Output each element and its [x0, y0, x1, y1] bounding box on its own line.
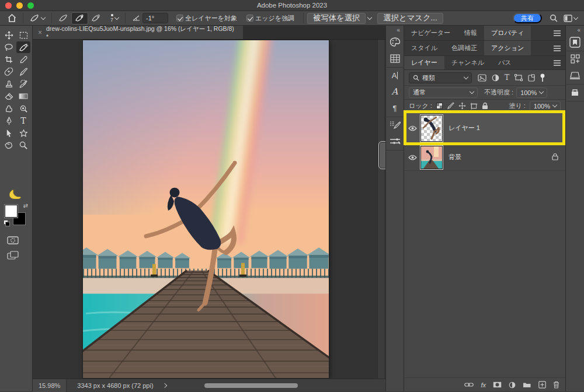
panel-menu-icon[interactable] — [554, 60, 561, 66]
type-tool[interactable]: T — [16, 115, 30, 127]
filter-pixel-layers-icon[interactable] — [478, 74, 486, 82]
lock-all-icon[interactable] — [482, 102, 488, 110]
color-panel-icon[interactable] — [388, 37, 401, 47]
adjustments-presets-panel-icon[interactable] — [569, 54, 582, 64]
eraser-tool[interactable] — [2, 90, 16, 102]
history-panel-icon[interactable] — [569, 87, 582, 97]
quick-mask-button[interactable] — [7, 235, 21, 246]
document-tab[interactable]: × drew-colins-LIEQsu5JuoM-unsplash.jpg @… — [33, 26, 243, 39]
photo-canvas[interactable] — [83, 40, 329, 378]
banana-icon[interactable] — [8, 188, 22, 199]
background-visibility-toggle[interactable] — [404, 155, 420, 160]
tab-paths[interactable]: パス — [491, 56, 519, 69]
custom-shape-tool[interactable] — [16, 127, 30, 139]
status-chevron-icon[interactable] — [162, 383, 166, 387]
background-name[interactable]: 背景 — [449, 153, 461, 162]
dodge-tool[interactable] — [16, 103, 30, 114]
select-and-mask-button[interactable]: 選択とマスク... — [377, 13, 443, 24]
layer1-visibility-toggle[interactable] — [404, 125, 420, 131]
new-group-icon[interactable] — [523, 382, 531, 388]
enhance-edge-option[interactable]: エッジを強調 — [244, 12, 297, 24]
filter-type-layers-icon[interactable]: T — [505, 74, 509, 82]
brush-settings-panel-icon[interactable] — [388, 120, 401, 130]
layer-row-layer1[interactable]: レイヤー 1 — [404, 113, 565, 144]
history-brush-tool[interactable] — [16, 78, 30, 90]
tool-preset-picker[interactable] — [27, 12, 48, 24]
brush-size-picker[interactable]: 7 — [107, 12, 121, 24]
fill-value-box[interactable]: 100% — [530, 101, 561, 111]
screen-mode-button[interactable] — [7, 250, 21, 260]
glyphs-panel-icon[interactable]: A — [388, 86, 401, 97]
crop-tool[interactable] — [2, 54, 16, 65]
tab-navigator[interactable]: ナビゲーター — [404, 26, 457, 40]
marquee-tool[interactable] — [16, 29, 30, 41]
clone-stamp-tool[interactable] — [2, 78, 16, 90]
checkbox-checked-icon[interactable] — [246, 15, 253, 22]
lock-transparency-icon[interactable] — [436, 103, 443, 109]
new-layer-icon[interactable] — [538, 381, 546, 388]
default-colors-icon[interactable] — [4, 220, 9, 225]
blend-mode-dropdown[interactable]: 通常 — [409, 88, 478, 98]
share-button[interactable]: 共有 — [513, 13, 542, 23]
smudge-tool[interactable] — [2, 103, 16, 114]
add-to-selection-button[interactable] — [71, 12, 88, 24]
path-selection-tool[interactable] — [2, 127, 16, 139]
home-button[interactable] — [5, 12, 19, 24]
layer1-name[interactable]: レイヤー 1 — [449, 124, 480, 132]
canvas-viewport[interactable] — [33, 40, 385, 379]
lock-artboard-icon[interactable] — [470, 103, 478, 110]
filter-shape-layers-icon[interactable] — [515, 74, 523, 81]
swap-colors-icon[interactable]: ⇄ — [23, 202, 28, 209]
layer-row-background[interactable]: 背景 — [404, 144, 565, 171]
background-thumbnail[interactable] — [420, 146, 443, 169]
checkbox-checked-icon[interactable] — [176, 15, 183, 22]
swatches-panel-icon[interactable] — [388, 53, 401, 64]
brushes-panel-icon[interactable] — [388, 136, 401, 146]
pen-tool[interactable] — [2, 115, 16, 127]
paragraph-panel-icon[interactable]: ¶ — [388, 103, 401, 113]
brush-angle-control[interactable]: -1° — [129, 12, 171, 24]
panel-menu-icon[interactable] — [554, 30, 561, 36]
filter-smart-objects-icon[interactable] — [528, 74, 535, 82]
add-mask-icon[interactable] — [493, 382, 502, 388]
tab-adjustments[interactable]: 色調補正 — [444, 41, 484, 55]
lock-position-icon[interactable] — [458, 102, 466, 110]
zoom-tool[interactable] — [16, 139, 30, 151]
move-tool[interactable] — [2, 29, 16, 41]
sample-all-layers-option[interactable]: 全レイヤーを対象 — [173, 12, 240, 24]
subtract-from-selection-button[interactable] — [88, 12, 104, 24]
select-subject-button[interactable]: 被写体を選択 — [307, 13, 366, 24]
libraries-panel-icon[interactable] — [569, 37, 582, 47]
tab-channels[interactable]: チャンネル — [444, 56, 491, 69]
foreground-color-swatch[interactable] — [5, 205, 18, 218]
horizontal-scrollbar-thumb[interactable] — [204, 383, 298, 388]
collapse-panels-icon[interactable]: « — [577, 27, 580, 33]
collapse-panels-icon[interactable]: « — [397, 27, 400, 33]
workspace-switcher[interactable] — [561, 12, 580, 24]
zoom-level-field[interactable]: 15.98% — [33, 379, 67, 392]
hand-tool[interactable] — [2, 139, 16, 151]
filter-adjustment-layers-icon[interactable] — [492, 74, 499, 82]
adjustment-layer-icon[interactable] — [509, 382, 516, 388]
panel-menu-icon[interactable] — [554, 46, 561, 51]
new-selection-button[interactable] — [55, 12, 71, 24]
link-layers-icon[interactable] — [464, 382, 474, 387]
layer1-thumbnail[interactable] — [420, 115, 443, 142]
gradient-tool[interactable] — [16, 90, 30, 102]
vertical-scrollbar-thumb[interactable] — [379, 142, 385, 169]
character-panel-icon[interactable]: A — [388, 70, 401, 80]
tab-actions[interactable]: アクション — [484, 41, 531, 55]
tab-layers[interactable]: レイヤー — [404, 56, 444, 69]
healing-brush-tool[interactable] — [2, 66, 16, 78]
eyedropper-tool[interactable] — [16, 54, 30, 65]
tab-styles[interactable]: スタイル — [404, 41, 444, 55]
tab-properties[interactable]: プロパティ — [484, 26, 531, 40]
brush-tool[interactable] — [16, 66, 30, 78]
close-tab-icon[interactable]: × — [38, 29, 42, 37]
select-subject-dropdown[interactable] — [366, 12, 374, 24]
device-preview-panel-icon[interactable] — [569, 70, 582, 80]
vertical-scrollbar[interactable] — [377, 40, 384, 379]
layer-style-icon[interactable]: fx — [481, 382, 486, 388]
delete-layer-icon[interactable] — [553, 381, 559, 388]
opacity-value-box[interactable]: 100% — [516, 88, 547, 98]
